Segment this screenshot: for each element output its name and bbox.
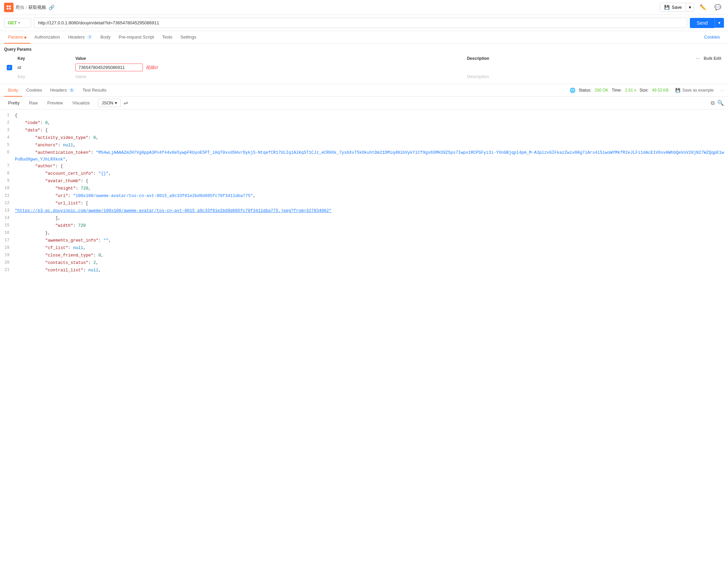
line-number: 9 [3, 178, 15, 185]
line-content: "code": 0, [15, 120, 725, 127]
tab-authorization[interactable]: Authorization [30, 31, 64, 44]
headers-badge: 7 [87, 35, 92, 39]
size-value: 49.53 KB [652, 88, 669, 93]
row-checkbox[interactable] [7, 65, 12, 70]
json-line: 2 "code": 0, [0, 120, 728, 127]
line-content: "activity_video_type": 0, [15, 134, 725, 142]
json-line: 8 "account_cert_info": "{}", [0, 170, 728, 178]
response-more-button[interactable]: ··· [720, 88, 724, 93]
url-input[interactable] [34, 18, 687, 28]
response-tab-cookies[interactable]: Cookies [22, 84, 46, 97]
line-content: "avatar_thumb": { [15, 178, 725, 185]
line-number: 20 [3, 260, 15, 267]
app-logo: 爬虫 / 获取视频 [4, 3, 46, 12]
line-content: "contrail_list": null, [15, 267, 725, 274]
response-tab-test-results[interactable]: Test Results [79, 84, 111, 97]
json-line: 15 "width": 720 [0, 222, 728, 230]
save-dropdown-arrow[interactable]: ▾ [686, 3, 694, 11]
line-number: 10 [3, 185, 15, 193]
view-tab-actions: ⧉ 🔍 [711, 100, 724, 106]
table-row: id 视频id [4, 62, 724, 73]
line-number: 17 [3, 237, 15, 245]
line-content: "data": { [15, 127, 725, 134]
comment-button[interactable]: 💬 [712, 2, 724, 12]
view-tab-raw[interactable]: Raw [25, 99, 42, 107]
format-selector[interactable]: JSON ▾ [98, 99, 121, 107]
json-line: 6 "authentication_token": "MS4wLjAAAAZm2… [0, 149, 728, 163]
param-value-input[interactable] [75, 64, 143, 71]
bulk-edit-btn[interactable]: Bulk Edit [704, 56, 721, 61]
svg-rect-3 [9, 8, 11, 9]
empty-desc-placeholder[interactable]: Description [464, 73, 588, 80]
line-number: 6 [3, 149, 15, 163]
line-content: }, [15, 230, 725, 237]
send-dropdown-arrow[interactable]: ▾ [714, 18, 724, 28]
json-line: 4 "activity_video_type": 0, [0, 134, 728, 142]
line-content: "width": 720 [15, 222, 725, 230]
tab-body[interactable]: Body [97, 31, 115, 44]
line-number: 18 [3, 245, 15, 252]
status-info: 🌐 Status: 200 OK Time: 2.61 s Size: 49.5… [570, 88, 669, 93]
url-bar: GET ▾ Send ▾ [0, 15, 728, 31]
json-line: 19 "close_friend_type": 0, [0, 252, 728, 260]
query-params-title: Query Params [4, 47, 724, 52]
send-button[interactable]: Send [690, 18, 714, 28]
line-number: 16 [3, 230, 15, 237]
line-number: 8 [3, 170, 15, 178]
edit-button[interactable]: ✏️ [697, 2, 709, 12]
json-line: 21 "contrail_list": null, [0, 267, 728, 274]
response-tab-body[interactable]: Body [4, 84, 22, 97]
tab-tests[interactable]: Tests [158, 31, 176, 44]
method-selector[interactable]: GET ▾ [4, 18, 31, 28]
response-status-bar: 🌐 Status: 200 OK Time: 2.61 s Size: 49.5… [570, 87, 724, 94]
empty-value-placeholder[interactable]: Value [73, 73, 464, 80]
view-tab-visualize[interactable]: Visualize [68, 99, 94, 107]
line-content: "https://p3-pc.douyinpic.com/aweme/100x1… [15, 207, 725, 215]
view-tab-pretty[interactable]: Pretty [4, 99, 24, 107]
params-table: Key Value Description ··· Bulk Edit id 视 [4, 54, 724, 80]
save-example-icon: 💾 [675, 88, 680, 93]
line-content: ], [15, 215, 725, 222]
line-content: "account_cert_info": "{}", [15, 170, 725, 178]
save-example-button[interactable]: 💾 Save as example [673, 87, 716, 94]
col-header-desc: Description [464, 54, 588, 62]
breadcrumb-current: 获取视频 [28, 4, 46, 10]
json-content: 1{2 "code": 0,3 "data": {4 "activity_vid… [0, 109, 728, 546]
save-button[interactable]: 💾 Save [660, 3, 686, 11]
link-icon[interactable]: 🔗 [49, 5, 54, 10]
time-label: Time: [612, 88, 622, 93]
empty-key-placeholder[interactable]: Key [15, 73, 73, 80]
method-value: GET [8, 20, 17, 25]
copy-button[interactable]: ⧉ [711, 100, 714, 106]
tab-cookies[interactable]: Cookies [700, 31, 724, 44]
line-number: 2 [3, 120, 15, 127]
response-tab-headers[interactable]: Headers 5 [46, 84, 79, 97]
tab-prerequest[interactable]: Pre-request Script [114, 31, 158, 44]
json-line: 1{ [0, 112, 728, 120]
format-arrow-icon: ▾ [115, 100, 117, 105]
breadcrumb: 爬虫 / 获取视频 [16, 4, 46, 10]
format-value: JSON [102, 100, 113, 105]
line-number: 4 [3, 134, 15, 142]
filter-button[interactable]: ⇌ [124, 100, 128, 106]
search-button[interactable]: 🔍 [717, 100, 724, 106]
top-bar: 爬虫 / 获取视频 🔗 💾 Save ▾ ✏️ 💬 [0, 0, 728, 15]
line-number: 3 [3, 127, 15, 134]
svg-rect-0 [7, 5, 8, 7]
view-tabs: Pretty Raw Preview Visualize JSON ▾ ⇌ ⧉ … [0, 97, 728, 109]
json-line: 13"https://p3-pc.douyinpic.com/aweme/100… [0, 207, 728, 215]
more-icon[interactable]: ··· [696, 56, 700, 61]
line-number: 12 [3, 200, 15, 207]
col-header-value: Value [73, 54, 464, 62]
view-tab-preview[interactable]: Preview [43, 99, 67, 107]
globe-icon: 🌐 [570, 88, 575, 93]
tab-settings[interactable]: Settings [176, 31, 200, 44]
line-number: 5 [3, 142, 15, 149]
json-line: 12 "url_list": [ [0, 200, 728, 207]
status-label: Status: [579, 88, 591, 93]
tab-params[interactable]: Params [4, 31, 30, 44]
line-content: "awemehts_greet_info": "", [15, 237, 725, 245]
tab-headers[interactable]: Headers 7 [64, 31, 97, 44]
line-content: "authentication_token": "MS4wLjAAAAZm2H7… [15, 149, 725, 163]
line-content: "uri": "100x100/aweme-avatar/tos-cn-avt-… [15, 193, 725, 200]
